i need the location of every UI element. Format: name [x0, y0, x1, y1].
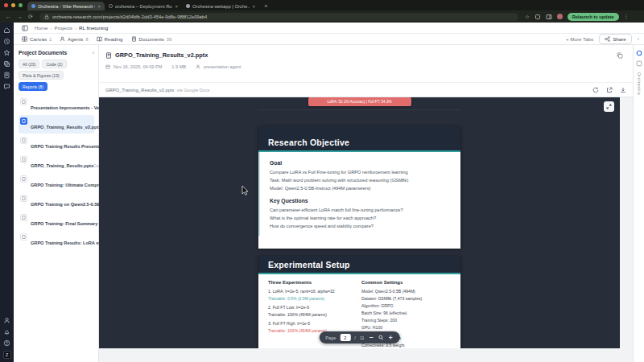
browser-url-bar: ← → ⟳ orchestra-research.com/projects/d2…	[0, 10, 644, 23]
extension-icon[interactable]	[535, 14, 541, 20]
slide-viewer[interactable]: LoRA: 52.1% Accuracy | Full FT: 54.3% Re…	[99, 97, 620, 348]
download-icon[interactable]	[620, 87, 626, 93]
refresh-icon[interactable]	[592, 87, 599, 93]
tab-reading[interactable]: Reading	[97, 36, 123, 42]
right-rail-label[interactable]: Orchestra	[637, 72, 642, 95]
doc-title: GRPO_Training_Results.pptx	[31, 163, 93, 168]
browser-menu-icon[interactable]: ⋮	[624, 14, 630, 20]
canvas-count: 1	[49, 37, 52, 42]
back-icon[interactable]: ←	[6, 14, 11, 19]
close-window-button[interactable]	[4, 3, 8, 7]
zoom-window-button[interactable]	[19, 3, 23, 7]
zoom-in-icon[interactable]	[388, 335, 394, 340]
filter-chip-code[interactable]: Code (2)	[42, 60, 66, 68]
breadcrumb-current: RL finetuning	[79, 25, 108, 31]
browser-tab-strip: Orchestra - Vibe Research C... × orchest…	[0, 0, 644, 10]
new-tab-button[interactable]: +	[259, 2, 273, 10]
page-number-input[interactable]: 2	[340, 334, 350, 341]
slide-edge	[258, 109, 460, 110]
document-date: Nov 16, 2025, 04:09 PM	[114, 64, 162, 69]
zoom-out-icon[interactable]	[369, 335, 374, 340]
bell-icon[interactable]	[3, 328, 10, 335]
chat-icon[interactable]	[3, 83, 10, 90]
filter-chip-reports[interactable]: Reports (8)	[19, 82, 47, 91]
setting-line: Training Steps: 200	[361, 317, 456, 324]
help-icon[interactable]	[3, 339, 10, 347]
question-line: How do convergence speed and stability c…	[270, 222, 451, 230]
layers-icon[interactable]	[3, 60, 10, 68]
home-icon[interactable]	[3, 27, 10, 34]
list-item[interactable]: GRPO Training Results: LoRA vs Full...Co…	[19, 231, 94, 249]
file-icon	[20, 214, 27, 221]
list-item-selected[interactable]: GRPO_Training_Results_v2.pptxImproved Po…	[19, 115, 94, 134]
share-button[interactable]: Share	[599, 34, 632, 44]
panel-collapse-icon[interactable]: ‹	[93, 50, 94, 56]
browser-tab[interactable]: orchestra – Deployment Ru... ×	[105, 2, 182, 10]
list-item[interactable]: GRPO Training: Final Summary & Reco...Ex…	[19, 212, 94, 230]
panel-widget-icon[interactable]	[636, 60, 642, 67]
app-logo-badge[interactable]: Z	[3, 351, 11, 359]
history-icon[interactable]	[3, 38, 10, 45]
close-tab-icon[interactable]: ×	[252, 4, 255, 9]
breadcrumb-bar: Home › Projects › RL finetuning	[14, 23, 644, 34]
close-tab-icon[interactable]: ×	[97, 4, 101, 9]
macos-traffic-lights[interactable]	[0, 3, 27, 10]
url-text: orchestra-research.com/projects/d2d04bfb…	[52, 14, 207, 19]
breadcrumb-home[interactable]: Home	[35, 25, 48, 31]
close-tab-icon[interactable]: ×	[175, 4, 178, 9]
setting-line: Dataset: GSM8k (7,473 samples)	[361, 295, 456, 302]
reload-icon[interactable]: ⟳	[28, 14, 33, 20]
list-item[interactable]: GRPO Training on Qwen2.5-0.5B with ...Co…	[19, 192, 94, 211]
agents-count: 8	[85, 37, 88, 42]
panel-title: Project Documents	[19, 50, 67, 56]
sidebar-toggle-icon[interactable]	[22, 25, 28, 31]
zoom-search-icon[interactable]	[378, 335, 384, 340]
setting-line: Batch Size: 96 (effective)	[361, 310, 456, 317]
slide-1-partial: LoRA: 52.1% Accuracy | Full FT: 54.3%	[258, 97, 460, 110]
screen: Orchestra - Vibe Research C... × orchest…	[0, 0, 644, 362]
document-agent: presentation agent	[204, 64, 241, 69]
open-external-icon[interactable]	[606, 87, 613, 93]
copy-icon[interactable]	[617, 52, 623, 59]
tab-agents[interactable]: Agents 8	[60, 36, 88, 42]
slide-title-band: Research Objective	[258, 126, 460, 152]
documents-count: 39	[167, 37, 171, 42]
forward-icon[interactable]: →	[17, 14, 23, 19]
experiment-line: 1. LoRA: lr=2e-5, rank=16, alpha=32	[268, 288, 358, 295]
tab-canvas[interactable]: Canvas 1	[22, 36, 52, 42]
minimize-window-button[interactable]	[11, 3, 15, 7]
fullscreen-button[interactable]	[604, 101, 614, 112]
more-tabs-button[interactable]: + More Tabs	[566, 36, 593, 42]
tab-favicon	[186, 4, 190, 8]
browser-tab[interactable]: Orchestra-webapp | Orche... ×	[182, 2, 259, 10]
list-item[interactable]: GRPO Training: Ultimate Comprehensi...Ul…	[19, 173, 94, 191]
document-icon[interactable]	[3, 72, 10, 79]
expand-icon	[606, 104, 612, 109]
share-label: Share	[613, 36, 626, 42]
orchestra-logo-icon[interactable]	[636, 50, 642, 56]
breadcrumb-projects[interactable]: Projects	[55, 25, 72, 31]
site-info-icon[interactable]	[44, 14, 49, 19]
star-icon[interactable]	[3, 49, 10, 56]
tab-documents[interactable]: Documents 39	[131, 36, 172, 42]
via-file-name: GRPO_Training_Results_v2.pptx	[105, 88, 175, 93]
document-title: GRPO_Training_Results_v2.pptx	[115, 51, 613, 59]
document-list: Presentation Improvements - Version 2Det…	[19, 96, 94, 249]
user-icon[interactable]	[3, 317, 10, 324]
list-item[interactable]: Presentation Improvements - Version 2Det…	[19, 96, 94, 114]
profile-avatar[interactable]	[557, 14, 563, 19]
list-item[interactable]: GRPO_Training_Results.pptxComplete Power…	[19, 154, 94, 172]
list-item[interactable]: GRPO Training Results PresentationDetail…	[19, 134, 94, 153]
url-input[interactable]: orchestra-research.com/projects/d2d04bfb…	[39, 13, 518, 21]
bookmark-star-icon[interactable]: ☆	[525, 14, 530, 20]
file-icon	[20, 137, 27, 144]
collapse-panel-icon[interactable]: ‹	[638, 36, 639, 42]
workspace-toolbar: Canvas 1 Agents 8 Reading Documents 39 +…	[14, 34, 644, 45]
side-panel-icon[interactable]	[546, 14, 552, 20]
relaunch-to-update-button[interactable]: Relaunch to update	[568, 13, 619, 21]
browser-tab-active[interactable]: Orchestra - Vibe Research C... ×	[27, 2, 105, 10]
filter-chip-plots[interactable]: Plots & Figures (13)	[19, 71, 64, 80]
filter-chip-all[interactable]: All (23)	[19, 60, 39, 68]
filter-chips: All (23) Code (2) Plots & Figures (13) R…	[19, 60, 94, 91]
share-icon	[605, 36, 610, 42]
